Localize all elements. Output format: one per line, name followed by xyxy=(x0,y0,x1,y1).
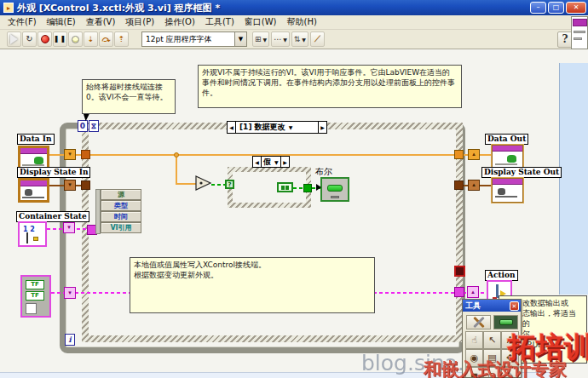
data-direction-icon xyxy=(316,184,321,191)
align-objects-dropdown[interactable]: ⊞▼ xyxy=(252,32,269,47)
event-data-time[interactable]: 时间 xyxy=(101,211,141,222)
event-tunnel-state-out[interactable] xyxy=(454,180,464,190)
close-icon[interactable]: ✕ xyxy=(566,2,586,14)
prev-case-icon[interactable]: ◀ xyxy=(253,157,262,167)
comparison-node[interactable] xyxy=(195,175,212,194)
case-tunnel-boolean[interactable] xyxy=(303,184,312,192)
chevron-down-icon[interactable]: ▼ xyxy=(234,32,246,46)
vi-icon-glyph2 xyxy=(574,37,582,40)
reorder-dropdown[interactable]: ⇅▼ xyxy=(291,32,308,47)
boolean-cluster-constant[interactable]: TF TF xyxy=(20,275,51,318)
loop-tunnel-action-in[interactable]: ▾ xyxy=(64,287,76,299)
event-data-node[interactable]: 源 类型 时间 VI引用 xyxy=(95,189,143,234)
menu-tools[interactable]: 工具(T) xyxy=(201,15,239,29)
close-icon[interactable]: ✕ xyxy=(510,301,519,311)
distribute-objects-icon: ⋯ xyxy=(274,35,281,43)
auto-tool-led-button[interactable] xyxy=(493,315,518,329)
menu-edit[interactable]: 编辑(E) xyxy=(43,15,80,29)
labview-block-diagram-window: ▸ 外观 [XControl 3.xctl:外观 3.vi] 程序框图 * – … xyxy=(0,0,588,378)
next-case-icon[interactable]: ▶ xyxy=(318,122,326,133)
cleanup-diagram-button[interactable]: ⟋ xyxy=(310,32,325,47)
event-data-type[interactable]: 类型 xyxy=(101,200,141,211)
empty-constant[interactable] xyxy=(26,303,37,314)
data-out-glyph-line xyxy=(495,163,517,165)
event-selector[interactable]: ◀ [1] 数据更改▼ ▶ xyxy=(227,121,327,134)
event-data-source[interactable]: 源 xyxy=(101,189,141,200)
operate-value-tool[interactable]: ☝ xyxy=(465,331,483,349)
event-data-vi-ref[interactable]: VI引用 xyxy=(101,222,141,233)
data-wire-branch-v xyxy=(176,155,177,185)
main-comment[interactable]: 外观VI不属于持续运行的VI。该VI用于响应事件。它由LabVIEW在适当的事件… xyxy=(198,65,462,108)
boolean-led-icon xyxy=(327,185,343,192)
step-out-button[interactable]: ⇡ xyxy=(114,32,129,47)
chevron-down-icon[interactable]: ▼ xyxy=(289,124,293,130)
loop-tunnel-data-out[interactable]: ▴ xyxy=(468,149,480,160)
boolean-terminal[interactable] xyxy=(320,177,349,202)
container-state-glyph-knob xyxy=(33,237,38,241)
menu-project[interactable]: 项目(P) xyxy=(121,15,159,29)
font-selector-value: 12pt 应用程序字体 xyxy=(142,34,234,45)
auto-tool-select-button[interactable] xyxy=(466,315,491,329)
reorder-icon: ⇅ xyxy=(294,35,301,43)
loop-tunnel-container-state[interactable]: ▾ xyxy=(63,222,75,233)
container-state-terminal[interactable]: 1 2 xyxy=(18,221,47,247)
tf-constant-2[interactable]: TF xyxy=(26,291,44,301)
menu-file[interactable]: 文件(F) xyxy=(3,15,41,29)
loop-tunnel-data-in[interactable]: ▾ xyxy=(64,149,76,160)
position-select-tool[interactable]: ↖ xyxy=(483,331,501,349)
loop-tunnel-state-in[interactable]: ▾ xyxy=(64,180,76,191)
case-selector[interactable]: ◀ 假▼ ▶ xyxy=(252,156,290,168)
pause-button[interactable]: ❚❚ xyxy=(53,32,67,47)
font-selector[interactable]: 12pt 应用程序字体 ▼ xyxy=(141,32,247,47)
vi-icon-pane[interactable] xyxy=(571,16,588,49)
minimize-icon[interactable]: – xyxy=(530,2,546,14)
loop-iteration-terminal[interactable]: i xyxy=(65,334,75,346)
menu-view[interactable]: 查看(V) xyxy=(82,15,120,29)
event-tunnel-action-out[interactable] xyxy=(454,287,464,297)
tagline-watermark: 和嵌入式设计专家 xyxy=(424,358,567,378)
boolean-local-variable[interactable] xyxy=(277,182,293,192)
display-state-in-label[interactable]: Display State In xyxy=(17,167,90,178)
display-state-out-glyph xyxy=(498,188,505,195)
step-over-icon: ⤼ xyxy=(102,36,111,43)
menu-help[interactable]: 帮助(H) xyxy=(283,15,321,29)
update-comment[interactable]: 本地值或值属性写入XControl接线端。 根据数据变动更新外观。 xyxy=(130,257,375,313)
display-state-out-label[interactable]: Display State Out xyxy=(481,167,562,178)
event-selector-label: [1] 数据更改 xyxy=(239,122,285,133)
case-selector-terminal[interactable]: ? xyxy=(225,180,234,189)
title-bar[interactable]: ▸ 外观 [XControl 3.xctl:外观 3.vi] 程序框图 * – … xyxy=(0,0,588,15)
display-state-out-terminal[interactable] xyxy=(492,178,523,203)
tf-constant-1[interactable]: TF xyxy=(26,280,44,289)
data-in-label[interactable]: Data In xyxy=(17,134,55,145)
timeout-comment[interactable]: 始终将超时接线端连接0。该VI不会一直等待。 xyxy=(82,79,176,114)
event-tunnel-data-out[interactable] xyxy=(454,150,464,159)
data-out-label[interactable]: Data Out xyxy=(485,134,528,145)
menu-operate[interactable]: 操作(O) xyxy=(160,15,199,29)
container-state-glyph-slider xyxy=(26,232,28,243)
run-icon xyxy=(10,34,18,44)
display-state-glyph-line xyxy=(22,197,44,198)
loop-tunnel-state-out[interactable]: ▴ xyxy=(468,180,480,191)
timeout-constant[interactable]: 0 xyxy=(78,120,88,132)
prev-case-icon[interactable]: ◀ xyxy=(228,122,236,133)
vi-icon-band xyxy=(573,19,587,26)
event-tunnel-state-in[interactable] xyxy=(81,180,90,190)
step-into-button[interactable]: ⇣ xyxy=(84,32,98,47)
data-in-glyph-line xyxy=(22,164,44,166)
run-continuous-button[interactable]: ↻ xyxy=(22,32,37,47)
display-state-in-terminal[interactable] xyxy=(18,178,49,203)
xcontrol-band xyxy=(493,146,522,152)
next-case-icon[interactable]: ▶ xyxy=(280,157,289,167)
distribute-objects-dropdown[interactable]: ⋯▼ xyxy=(271,32,290,47)
chevron-down-icon[interactable]: ▼ xyxy=(274,159,279,165)
loop-tunnel-action-out2[interactable]: ▴ xyxy=(467,286,479,298)
highlight-execution-button[interactable] xyxy=(68,32,83,47)
hourglass-icon[interactable]: ⧖ xyxy=(89,120,99,132)
step-over-button[interactable]: ⤼ xyxy=(99,32,113,47)
menu-window[interactable]: 窗口(W) xyxy=(240,15,281,29)
event-tunnel-data-in[interactable] xyxy=(81,150,90,159)
abort-button[interactable] xyxy=(37,32,52,47)
dynamic-event-terminal[interactable] xyxy=(454,266,465,277)
run-button[interactable] xyxy=(7,32,21,47)
maximize-icon[interactable]: □ xyxy=(548,2,564,14)
